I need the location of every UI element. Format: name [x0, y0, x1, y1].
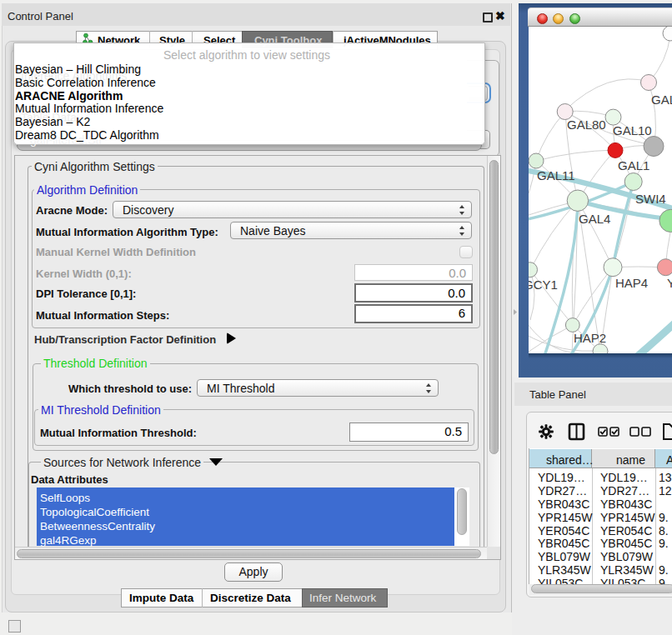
svg-text:SWI4: SWI4: [635, 192, 666, 206]
svg-text:GAL1: GAL1: [618, 158, 649, 172]
svg-text:HAP4: HAP4: [615, 276, 648, 290]
svg-text:GAL10: GAL10: [613, 123, 652, 138]
svg-text:HAP2: HAP2: [574, 331, 606, 345]
svg-text:GAL11: GAL11: [537, 168, 575, 182]
svg-text:GAL4: GAL4: [579, 212, 610, 226]
svg-text:GAL80: GAL80: [567, 118, 606, 132]
svg-text:GAL7: GAL7: [651, 92, 672, 107]
svg-text:Y: Y: [667, 276, 672, 290]
svg-text:GCY1: GCY1: [529, 278, 558, 292]
